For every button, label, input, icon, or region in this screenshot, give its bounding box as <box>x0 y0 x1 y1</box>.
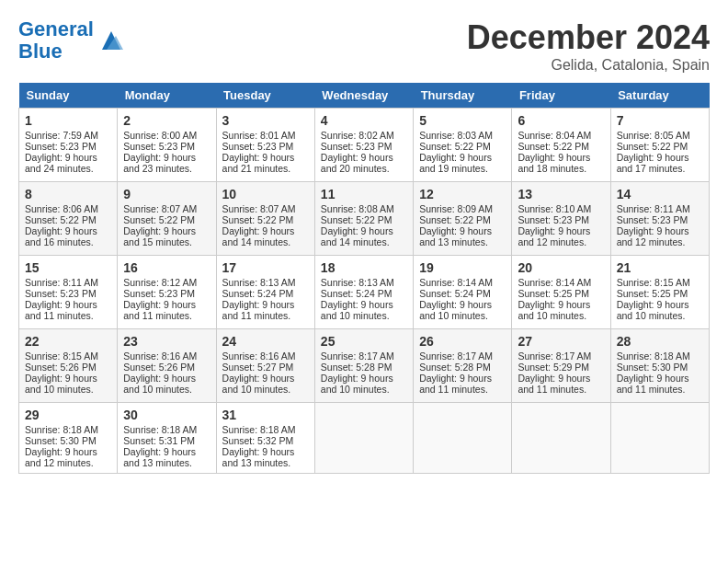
sunset-time: Sunset: 5:22 PM <box>617 141 688 152</box>
table-row: 13Sunrise: 8:10 AMSunset: 5:23 PMDayligh… <box>512 182 610 256</box>
table-row: 21Sunrise: 8:15 AMSunset: 5:25 PMDayligh… <box>610 256 709 329</box>
sunset-time: Sunset: 5:28 PM <box>321 362 392 373</box>
day-number: 5 <box>419 113 506 128</box>
col-thursday: Thursday <box>414 83 512 109</box>
daylight-hours: Daylight: 9 hours and 20 minutes. <box>321 152 393 174</box>
day-number: 30 <box>123 408 210 422</box>
table-row <box>610 403 709 474</box>
daylight-hours: Daylight: 9 hours and 12 minutes. <box>617 225 689 247</box>
table-row: 23Sunrise: 8:16 AMSunset: 5:26 PMDayligh… <box>118 329 216 403</box>
sunrise-time: Sunrise: 8:07 AM <box>222 203 296 214</box>
sunrise-time: Sunrise: 8:12 AM <box>123 277 197 288</box>
sunset-time: Sunset: 5:27 PM <box>222 362 294 373</box>
day-number: 27 <box>518 334 604 349</box>
day-number: 7 <box>617 113 703 128</box>
table-row: 14Sunrise: 8:11 AMSunset: 5:23 PMDayligh… <box>610 182 709 256</box>
table-row: 29Sunrise: 8:18 AMSunset: 5:30 PMDayligh… <box>19 403 118 474</box>
sunrise-time: Sunrise: 8:17 AM <box>321 350 394 362</box>
table-row: 28Sunrise: 8:18 AMSunset: 5:30 PMDayligh… <box>610 329 709 403</box>
daylight-hours: Daylight: 9 hours and 21 minutes. <box>222 152 295 174</box>
day-number: 29 <box>25 408 111 422</box>
day-number: 11 <box>321 187 407 201</box>
sunrise-time: Sunrise: 8:11 AM <box>617 203 690 214</box>
table-row: 2Sunrise: 8:00 AMSunset: 5:23 PMDaylight… <box>118 109 216 182</box>
table-row <box>512 403 610 474</box>
day-number: 31 <box>222 408 309 422</box>
sunrise-time: Sunrise: 8:16 AM <box>222 350 296 362</box>
sunrise-time: Sunrise: 8:04 AM <box>518 130 591 141</box>
table-row: 4Sunrise: 8:02 AMSunset: 5:23 PMDaylight… <box>314 109 413 182</box>
daylight-hours: Daylight: 9 hours and 10 minutes. <box>222 373 295 395</box>
daylight-hours: Daylight: 9 hours and 13 minutes. <box>419 225 492 247</box>
sunrise-time: Sunrise: 8:15 AM <box>617 277 690 288</box>
sunrise-time: Sunrise: 8:17 AM <box>518 350 591 362</box>
day-number: 16 <box>123 260 210 275</box>
table-row: 17Sunrise: 8:13 AMSunset: 5:24 PMDayligh… <box>216 256 314 329</box>
sunset-time: Sunset: 5:22 PM <box>123 214 195 225</box>
table-row: 1Sunrise: 7:59 AMSunset: 5:23 PMDaylight… <box>19 109 118 182</box>
sunset-time: Sunset: 5:23 PM <box>518 214 589 225</box>
table-row: 6Sunrise: 8:04 AMSunset: 5:22 PMDaylight… <box>512 109 610 182</box>
sunrise-time: Sunrise: 8:01 AM <box>222 130 296 141</box>
table-row: 15Sunrise: 8:11 AMSunset: 5:23 PMDayligh… <box>19 256 118 329</box>
title-section: December 2024 Gelida, Catalonia, Spain <box>467 18 710 74</box>
sunrise-time: Sunrise: 8:06 AM <box>25 203 98 214</box>
sunset-time: Sunset: 5:23 PM <box>222 141 294 152</box>
col-friday: Friday <box>512 83 610 109</box>
day-number: 17 <box>222 260 309 275</box>
sunset-time: Sunset: 5:23 PM <box>25 288 97 299</box>
daylight-hours: Daylight: 9 hours and 14 minutes. <box>222 225 295 247</box>
col-tuesday: Tuesday <box>216 83 314 109</box>
location: Gelida, Catalonia, Spain <box>467 57 710 74</box>
sunset-time: Sunset: 5:26 PM <box>25 362 97 373</box>
daylight-hours: Daylight: 9 hours and 10 minutes. <box>617 299 689 321</box>
sunset-time: Sunset: 5:28 PM <box>419 362 491 373</box>
day-number: 4 <box>321 113 407 128</box>
sunrise-time: Sunrise: 8:18 AM <box>25 424 98 435</box>
day-number: 20 <box>518 260 604 275</box>
table-row: 12Sunrise: 8:09 AMSunset: 5:22 PMDayligh… <box>414 182 512 256</box>
table-row: 10Sunrise: 8:07 AMSunset: 5:22 PMDayligh… <box>216 182 314 256</box>
sunset-time: Sunset: 5:22 PM <box>518 141 589 152</box>
day-number: 15 <box>25 260 111 275</box>
daylight-hours: Daylight: 9 hours and 12 minutes. <box>25 446 97 468</box>
daylight-hours: Daylight: 9 hours and 13 minutes. <box>123 446 196 468</box>
daylight-hours: Daylight: 9 hours and 23 minutes. <box>123 152 196 174</box>
table-row: 27Sunrise: 8:17 AMSunset: 5:29 PMDayligh… <box>512 329 610 403</box>
daylight-hours: Daylight: 9 hours and 11 minutes. <box>617 373 689 395</box>
sunset-time: Sunset: 5:22 PM <box>419 214 491 225</box>
sunrise-time: Sunrise: 7:59 AM <box>25 130 98 141</box>
sunset-time: Sunset: 5:22 PM <box>321 214 392 225</box>
table-row: 22Sunrise: 8:15 AMSunset: 5:26 PMDayligh… <box>19 329 118 403</box>
sunset-time: Sunset: 5:25 PM <box>518 288 589 299</box>
sunrise-time: Sunrise: 8:05 AM <box>617 130 690 141</box>
day-number: 26 <box>419 334 506 349</box>
table-row: 24Sunrise: 8:16 AMSunset: 5:27 PMDayligh… <box>216 329 314 403</box>
day-number: 19 <box>419 260 506 275</box>
day-number: 24 <box>222 334 309 349</box>
table-row: 30Sunrise: 8:18 AMSunset: 5:31 PMDayligh… <box>118 403 216 474</box>
sunrise-time: Sunrise: 8:00 AM <box>123 130 197 141</box>
daylight-hours: Daylight: 9 hours and 16 minutes. <box>25 225 97 247</box>
sunrise-time: Sunrise: 8:13 AM <box>222 277 296 288</box>
daylight-hours: Daylight: 9 hours and 10 minutes. <box>123 373 196 395</box>
sunset-time: Sunset: 5:23 PM <box>321 141 392 152</box>
table-row: 11Sunrise: 8:08 AMSunset: 5:22 PMDayligh… <box>314 182 413 256</box>
sunset-time: Sunset: 5:24 PM <box>321 288 392 299</box>
sunset-time: Sunset: 5:26 PM <box>123 362 195 373</box>
sunset-time: Sunset: 5:30 PM <box>617 362 688 373</box>
day-number: 18 <box>321 260 407 275</box>
day-number: 12 <box>419 187 506 201</box>
col-saturday: Saturday <box>610 83 709 109</box>
sunset-time: Sunset: 5:22 PM <box>222 214 294 225</box>
sunrise-time: Sunrise: 8:18 AM <box>617 350 690 362</box>
sunset-time: Sunset: 5:29 PM <box>518 362 589 373</box>
daylight-hours: Daylight: 9 hours and 12 minutes. <box>518 225 590 247</box>
sunrise-time: Sunrise: 8:18 AM <box>123 424 197 435</box>
sunset-time: Sunset: 5:25 PM <box>617 288 688 299</box>
daylight-hours: Daylight: 9 hours and 10 minutes. <box>419 299 492 321</box>
sunrise-time: Sunrise: 8:11 AM <box>25 277 98 288</box>
table-row: 25Sunrise: 8:17 AMSunset: 5:28 PMDayligh… <box>314 329 413 403</box>
day-number: 6 <box>518 113 604 128</box>
sunrise-time: Sunrise: 8:08 AM <box>321 203 394 214</box>
